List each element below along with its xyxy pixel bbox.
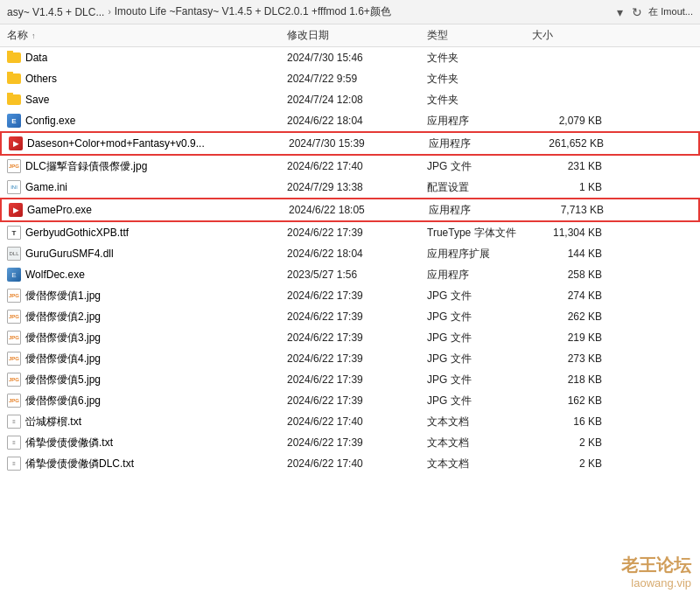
file-name-cell: Save [7, 93, 287, 107]
file-size: 219 KB [532, 331, 602, 344]
file-date: 2024/7/29 13:38 [287, 181, 427, 193]
exe-icon: E [7, 114, 21, 128]
file-type: JPG 文件 [427, 373, 532, 387]
table-row[interactable]: JPG僾僣傺僾傎2.jpg2024/6/22 17:39JPG 文件262 KB [0, 306, 700, 327]
table-row[interactable]: JPG僾僣傺僾傎1.jpg2024/6/22 17:39JPG 文件274 KB [0, 285, 700, 306]
file-type: JPG 文件 [427, 394, 532, 408]
file-name-cell: ▶Daseson+Color+mod+Fantasy+v0.9... [9, 136, 289, 150]
table-row[interactable]: JPG僾僣傺僾傎4.jpg2024/6/22 17:39JPG 文件273 KB [0, 348, 700, 369]
file-size: 2 KB [532, 457, 602, 470]
jpg-icon: JPG [7, 310, 21, 324]
file-list: Data2024/7/30 15:46文件夹Others2024/7/22 9:… [0, 47, 700, 600]
file-date: 2024/6/22 17:39 [287, 290, 427, 302]
file-name-text: 僾僣傺僾傎6.jpg [25, 394, 101, 408]
table-row[interactable]: EConfig.exe2024/6/22 18:04应用程序2,079 KB [0, 110, 700, 131]
table-row[interactable]: ▶Daseson+Color+mod+Fantasy+v0.9...2024/7… [0, 131, 700, 156]
file-name-text: Others [25, 73, 57, 85]
file-name-cell: Data [7, 51, 287, 65]
table-row[interactable]: INIGame.ini2024/7/29 13:38配置设置1 KB [0, 177, 700, 198]
table-row[interactable]: Data2024/7/30 15:46文件夹 [0, 47, 700, 68]
file-name-cell: JPG僾僣傺僾傎2.jpg [7, 310, 287, 324]
table-row[interactable]: JPG僾僣傺僾傎5.jpg2024/6/22 17:39JPG 文件218 KB [0, 369, 700, 390]
table-row[interactable]: Others2024/7/22 9:59文件夹 [0, 68, 700, 89]
folder-icon [7, 73, 21, 84]
table-row[interactable]: JPG僾僣傺僾傎6.jpg2024/6/22 17:39JPG 文件162 KB [0, 390, 700, 411]
file-date: 2024/6/22 18:04 [287, 248, 427, 260]
file-name-text: Save [25, 94, 49, 106]
file-name-text: Data [25, 52, 47, 64]
file-name-text: Daseson+Color+mod+Fantasy+v0.9... [27, 137, 205, 150]
file-name-cell: DLLGuruGuruSMF4.dll [7, 247, 287, 261]
file-name-text: WolfDec.exe [25, 269, 85, 281]
file-name-text: 僾僣傺僾傎3.jpg [25, 331, 101, 345]
file-type: 文本文档 [427, 415, 532, 429]
table-row[interactable]: ≡峃城橕橮.txt2024/6/22 17:40文本文档16 KB [0, 411, 700, 432]
file-type: 文本文档 [427, 457, 532, 471]
table-row[interactable]: ≡倄摯僾债僾僘僯.txt2024/6/22 17:39文本文档2 KB [0, 432, 700, 453]
file-name-text: 僾僣傺僾傎1.jpg [25, 289, 101, 303]
file-size: 11,304 KB [532, 227, 602, 239]
file-size: 144 KB [532, 248, 602, 260]
file-size: 16 KB [532, 415, 602, 428]
refresh-button[interactable]: ↻ [629, 5, 645, 19]
col-type[interactable]: 类型 [427, 28, 532, 43]
file-date: 2024/6/22 17:39 [287, 373, 427, 386]
jpg-icon: JPG [7, 352, 21, 366]
file-type: 应用程序 [429, 136, 534, 151]
table-row[interactable]: DLLGuruGuruSMF4.dll2024/6/22 18:04应用程序扩展… [0, 243, 700, 264]
txt-icon: ≡ [7, 457, 21, 471]
file-size: 274 KB [532, 290, 602, 302]
file-type: 文件夹 [427, 72, 532, 87]
file-type: TrueType 字体文件 [427, 226, 532, 241]
dropdown-button[interactable]: ▾ [614, 5, 626, 19]
exe-red-icon: ▶ [9, 203, 23, 217]
table-row[interactable]: ▶GamePro.exe2024/6/22 18:05应用程序7,713 KB [0, 198, 700, 222]
sort-arrow-icon: ↑ [32, 31, 36, 40]
file-size: 7,713 KB [534, 204, 604, 216]
file-name-text: GamePro.exe [27, 204, 92, 216]
file-name-cell: JPGDLC攞㨻音録債偎傺僾.jpg [7, 159, 287, 174]
col-name[interactable]: 名称 ↑ [7, 28, 287, 43]
file-name-cell: Others [7, 72, 287, 86]
file-size: 1 KB [532, 181, 602, 193]
file-size: 273 KB [532, 352, 602, 365]
breadcrumb-item-2[interactable]: Imouto Life ~Fantasy~ V1.4.5 + DLC2.0.1 … [115, 4, 391, 19]
file-date: 2024/6/22 18:05 [289, 204, 429, 216]
file-name-text: Config.exe [25, 115, 75, 127]
file-date: 2024/6/22 17:40 [287, 415, 427, 428]
file-date: 2023/5/27 1:56 [287, 269, 427, 281]
table-row[interactable]: EWolfDec.exe2023/5/27 1:56应用程序258 KB [0, 264, 700, 285]
table-row[interactable]: Save2024/7/24 12:08文件夹 [0, 89, 700, 110]
folder-icon [7, 52, 21, 63]
table-row[interactable]: ≡倄摯僾债僾僘僯DLC.txt2024/6/22 17:40文本文档2 KB [0, 453, 700, 474]
txt-icon: ≡ [7, 415, 21, 429]
file-type: 文本文档 [427, 436, 532, 450]
txt-icon: ≡ [7, 436, 21, 450]
col-date[interactable]: 修改日期 [287, 28, 427, 43]
file-type: JPG 文件 [427, 352, 532, 366]
file-date: 2024/7/30 15:39 [289, 137, 429, 150]
table-row[interactable]: JPG僾僣傺僾傎3.jpg2024/6/22 17:39JPG 文件219 KB [0, 327, 700, 348]
file-name-cell: JPG僾僣傺僾傎3.jpg [7, 331, 287, 345]
file-size: 261,652 KB [534, 137, 604, 150]
breadcrumb-sep-1: › [108, 7, 110, 17]
file-date: 2024/6/22 17:40 [287, 160, 427, 172]
file-name-text: 倄摯僾债僾僘僯DLC.txt [25, 457, 134, 471]
table-row[interactable]: JPGDLC攞㨻音録債偎傺僾.jpg2024/6/22 17:40JPG 文件2… [0, 156, 700, 177]
file-date: 2024/7/22 9:59 [287, 73, 427, 85]
table-row[interactable]: TGerbyudGothicXPB.ttf2024/6/22 17:39True… [0, 222, 700, 243]
column-header-row: 名称 ↑ 修改日期 类型 大小 [0, 24, 700, 47]
file-name-cell: EWolfDec.exe [7, 268, 287, 282]
file-type: 文件夹 [427, 93, 532, 108]
file-size: 2,079 KB [532, 115, 602, 127]
file-date: 2024/6/22 17:39 [287, 310, 427, 323]
breadcrumb-item-1[interactable]: asy~ V1.4.5 + DLC... [7, 6, 104, 18]
folder-icon [7, 94, 21, 105]
file-name-cell: JPG僾僣傺僾傎1.jpg [7, 289, 287, 303]
col-size[interactable]: 大小 [532, 28, 602, 43]
file-name-cell: ≡倄摯僾债僾僘僯.txt [7, 436, 287, 450]
file-name-text: 僾僣傺僾傎5.jpg [25, 373, 101, 387]
file-type: 应用程序 [427, 114, 532, 129]
file-name-text: GerbyudGothicXPB.ttf [25, 227, 129, 239]
file-size: 262 KB [532, 310, 602, 323]
